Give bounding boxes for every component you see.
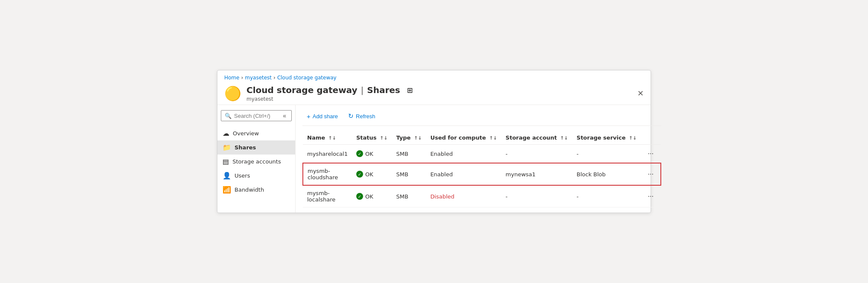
storage-accounts-icon: ▤ — [223, 158, 229, 166]
row3-more-button[interactable]: ··· — [645, 192, 656, 201]
sort-name-icon: ↑↓ — [328, 135, 336, 141]
sort-compute-icon: ↑↓ — [489, 135, 497, 141]
row2-compute: Enabled — [426, 163, 501, 185]
refresh-label: Refresh — [356, 113, 375, 120]
table-row[interactable]: mysharelocal1 OK SMB Enabled - - ··· — [303, 145, 661, 163]
sidebar-label-users: Users — [235, 172, 250, 179]
sort-storage-service-icon: ↑↓ — [629, 135, 636, 141]
main-content: 🔍 « ☁ Overview 📁 Shares ▤ Storage accoun… — [217, 105, 651, 213]
sidebar-item-users[interactable]: 👤 Users — [217, 169, 295, 183]
row2-status: OK — [352, 163, 392, 185]
row3-storage-service: - — [572, 185, 641, 207]
title-text: Cloud storage gateway — [246, 85, 358, 95]
row3-storage-account: - — [501, 185, 572, 207]
sidebar-label-bandwidth: Bandwidth — [235, 187, 264, 193]
content-area: + Add share ↻ Refresh Name ↑↓ — [296, 105, 668, 213]
resource-subtitle: myasetest — [246, 96, 413, 102]
section-text: Shares — [367, 85, 400, 95]
table-row[interactable]: mysmb-localshare OK SMB Disabled - — [303, 185, 661, 207]
page-header: 🟡 Cloud storage gateway | Shares ⊞ myase… — [217, 82, 651, 105]
row2-storage-service: Block Blob — [572, 163, 641, 185]
row1-storage-account: - — [501, 145, 572, 163]
sort-status-icon: ↑↓ — [380, 135, 387, 141]
toolbar: + Add share ↻ Refresh — [302, 110, 661, 126]
sidebar-item-bandwidth[interactable]: 📶 Bandwidth — [217, 183, 295, 197]
col-header-storage-account[interactable]: Storage account ↑↓ — [501, 131, 572, 145]
row2-more: ··· — [641, 163, 661, 185]
col-header-storage-service[interactable]: Storage service ↑↓ — [572, 131, 641, 145]
row3-name: mysmb-localshare — [303, 185, 352, 207]
resource-icon: 🟡 — [224, 87, 241, 100]
sidebar: 🔍 « ☁ Overview 📁 Shares ▤ Storage accoun… — [217, 105, 296, 213]
status-ok-icon — [356, 193, 363, 200]
add-share-button[interactable]: + Add share — [302, 111, 342, 122]
refresh-icon: ↻ — [348, 112, 354, 120]
search-box[interactable]: 🔍 « — [221, 110, 292, 121]
row2-storage-account: mynewsa1 — [501, 163, 572, 185]
shares-icon: 📁 — [223, 143, 231, 152]
print-icon[interactable]: ⊞ — [407, 86, 413, 94]
header-title-block: Cloud storage gateway | Shares ⊞ myasete… — [246, 85, 413, 102]
row1-status: OK — [352, 145, 392, 163]
row3-type: SMB — [392, 185, 426, 207]
breadcrumb-sep1: › — [241, 75, 243, 81]
col-header-type[interactable]: Type ↑↓ — [392, 131, 426, 145]
status-ok-icon — [356, 150, 363, 157]
add-icon: + — [307, 113, 311, 120]
page-title: Cloud storage gateway | Shares ⊞ — [246, 85, 413, 95]
row2-name: mysmb-cloudshare — [303, 163, 352, 185]
users-icon: 👤 — [223, 172, 231, 180]
row3-more: ··· — [641, 185, 661, 207]
shares-table: Name ↑↓ Status ↑↓ Type ↑↓ Used for com — [302, 131, 661, 207]
sidebar-label-overview: Overview — [233, 130, 259, 137]
row1-type: SMB — [392, 145, 426, 163]
sidebar-item-storage-accounts[interactable]: ▤ Storage accounts — [217, 155, 295, 169]
status-ok-icon — [356, 171, 363, 178]
row2-type: SMB — [392, 163, 426, 185]
sidebar-label-shares: Shares — [235, 144, 256, 151]
main-window: Home › myasetest › Cloud storage gateway… — [217, 70, 651, 213]
collapse-button[interactable]: « — [281, 112, 288, 119]
col-header-actions — [641, 131, 661, 145]
bandwidth-icon: 📶 — [223, 186, 231, 194]
col-header-status[interactable]: Status ↑↓ — [352, 131, 392, 145]
table-header-row: Name ↑↓ Status ↑↓ Type ↑↓ Used for com — [303, 131, 661, 145]
overview-icon: ☁ — [223, 129, 229, 137]
row1-name: mysharelocal1 — [303, 145, 352, 163]
row1-more: ··· — [641, 145, 661, 163]
breadcrumb-myasetest[interactable]: myasetest — [245, 75, 272, 81]
row2-more-button[interactable]: ··· — [645, 169, 656, 179]
row1-more-button[interactable]: ··· — [645, 149, 656, 158]
row1-storage-service: - — [572, 145, 641, 163]
search-icon: 🔍 — [225, 113, 232, 119]
sort-type-icon: ↑↓ — [414, 135, 422, 141]
table-row[interactable]: mysmb-cloudshare OK SMB Enabled mynewsa1… — [303, 163, 661, 185]
col-header-used-for-compute[interactable]: Used for compute ↑↓ — [426, 131, 501, 145]
sidebar-item-overview[interactable]: ☁ Overview — [217, 126, 295, 140]
close-button[interactable]: ✕ — [637, 90, 644, 97]
refresh-button[interactable]: ↻ Refresh — [344, 110, 380, 122]
sidebar-item-shares[interactable]: 📁 Shares — [217, 140, 295, 155]
row3-status: OK — [352, 185, 392, 207]
search-input[interactable] — [234, 113, 279, 119]
title-pipe: | — [361, 85, 364, 95]
breadcrumb-home[interactable]: Home — [224, 75, 239, 81]
sidebar-label-storage-accounts: Storage accounts — [232, 158, 281, 165]
row1-compute: Enabled — [426, 145, 501, 163]
breadcrumb-sep2: › — [273, 75, 276, 81]
breadcrumb-current[interactable]: Cloud storage gateway — [277, 75, 337, 81]
add-share-label: Add share — [313, 113, 338, 120]
breadcrumb: Home › myasetest › Cloud storage gateway — [217, 70, 651, 82]
sort-storage-account-icon: ↑↓ — [560, 135, 568, 141]
row3-compute: Disabled — [426, 185, 501, 207]
col-header-name[interactable]: Name ↑↓ — [303, 131, 352, 145]
